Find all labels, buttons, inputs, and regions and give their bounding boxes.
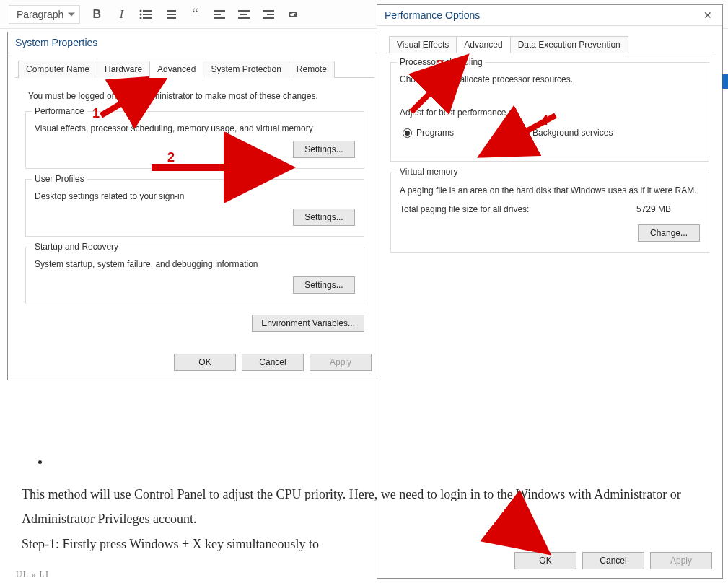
annotation-2: 2 [167, 150, 175, 165]
radio-programs-label: Programs [416, 128, 454, 138]
performance-options-title: Performance Options [385, 9, 480, 21]
svg-rect-5 [143, 17, 152, 19]
performance-desc: Visual effects, processor scheduling, me… [35, 123, 355, 133]
svg-rect-14 [238, 17, 250, 19]
radio-background[interactable]: Background services [519, 128, 613, 138]
italic-icon[interactable]: I [113, 6, 129, 22]
sysprops-apply-button[interactable]: Apply [310, 354, 372, 371]
align-center-icon[interactable] [236, 6, 252, 22]
radio-circle-icon [519, 128, 528, 138]
tab-visual-effects[interactable]: Visual Effects [389, 36, 457, 53]
startup-recovery-settings-button[interactable]: Settings... [293, 276, 355, 294]
numbered-list-icon[interactable] [162, 6, 178, 22]
environment-variables-button[interactable]: Environment Variables... [252, 315, 364, 332]
admin-notice: You must be logged on as an Administrato… [28, 91, 364, 101]
svg-rect-16 [267, 14, 274, 15]
annotation-4: 4 [541, 113, 548, 128]
processor-scheduling-group: Processor scheduling Choose how to alloc… [390, 62, 709, 162]
svg-rect-13 [240, 14, 247, 15]
svg-rect-12 [238, 10, 250, 12]
system-properties-titlebar: System Properties [8, 32, 382, 53]
quote-icon[interactable]: “ [187, 6, 203, 22]
startup-recovery-title: Startup and Recovery [32, 242, 121, 252]
user-profiles-title: User Profiles [32, 174, 87, 184]
annotation-3: 3 [437, 58, 444, 73]
article-p2: Step-1: Firstly press Windows + X key si… [22, 532, 722, 556]
paragraph-select[interactable]: Paragraph [9, 5, 80, 24]
svg-rect-9 [214, 10, 225, 12]
svg-point-0 [140, 9, 142, 12]
bullet-list-icon[interactable] [138, 6, 154, 22]
svg-point-2 [140, 13, 142, 15]
align-right-icon[interactable] [260, 6, 276, 22]
link-icon[interactable] [285, 6, 301, 22]
svg-rect-6 [167, 10, 176, 12]
advanced-tab-body: You must be logged on as an Administrato… [15, 78, 374, 345]
svg-rect-7 [167, 14, 176, 15]
virtual-memory-group: Virtual memory A paging file is an area … [390, 172, 709, 253]
system-properties-title: System Properties [15, 37, 97, 48]
perfopts-tabs: Visual Effects Advanced Data Execution P… [386, 36, 714, 53]
vm-change-button[interactable]: Change... [638, 224, 700, 242]
performance-options-titlebar: Performance Options ✕ [377, 5, 722, 26]
tab-dep[interactable]: Data Execution Prevention [510, 36, 628, 53]
svg-rect-17 [263, 17, 274, 19]
performance-settings-button[interactable]: Settings... [293, 141, 355, 158]
svg-point-4 [140, 17, 142, 19]
tab-advanced[interactable]: Advanced [149, 61, 203, 78]
blue-strip [722, 74, 728, 89]
annotation-1: 1 [92, 106, 100, 121]
vm-total-label: Total paging file size for all drives: [400, 204, 529, 214]
svg-rect-11 [214, 17, 225, 19]
tab-remote[interactable]: Remote [289, 61, 335, 78]
radio-background-label: Background services [532, 128, 613, 138]
svg-rect-3 [143, 14, 152, 15]
system-properties-footer: OK Cancel Apply [8, 345, 382, 380]
svg-rect-8 [167, 17, 176, 19]
processor-scheduling-desc: Choose how to allocate processor resourc… [400, 74, 700, 84]
bold-icon[interactable]: B [89, 6, 105, 22]
adjust-label: Adjust for best performance of: [400, 108, 700, 118]
radio-programs[interactable]: Programs [403, 128, 454, 138]
paragraph-select-label: Paragraph [17, 9, 63, 20]
virtual-memory-title: Virtual memory [397, 167, 460, 177]
article-text: This method will use Control Panel to ad… [22, 449, 722, 556]
user-profiles-settings-button[interactable]: Settings... [293, 209, 355, 226]
svg-rect-15 [263, 10, 274, 12]
system-properties-dialog: System Properties Computer Name Hardware… [7, 32, 382, 380]
path-breadcrumb: UL » LI [16, 569, 49, 580]
virtual-memory-desc: A paging file is an area on the hard dis… [400, 184, 700, 197]
align-left-icon[interactable] [211, 6, 227, 22]
tab-hardware[interactable]: Hardware [97, 61, 150, 78]
startup-recovery-group: Startup and Recovery System startup, sys… [25, 247, 364, 304]
vm-total-value: 5729 MB [636, 204, 671, 214]
tab-computer-name[interactable]: Computer Name [18, 61, 97, 78]
svg-rect-1 [143, 10, 152, 12]
performance-group-title: Performance [32, 106, 87, 116]
system-properties-tabs: Computer Name Hardware Advanced System P… [15, 61, 374, 78]
startup-recovery-desc: System startup, system failure, and debu… [35, 259, 355, 269]
user-profiles-desc: Desktop settings related to your sign-in [35, 191, 355, 201]
close-icon[interactable]: ✕ [701, 9, 715, 21]
tab-perf-advanced[interactable]: Advanced [456, 36, 510, 53]
article-p1: This method will use Control Panel to ad… [22, 482, 722, 531]
tab-system-protection[interactable]: System Protection [203, 61, 289, 78]
performance-group: Performance Visual effects, processor sc… [25, 111, 364, 169]
radio-circle-icon [403, 128, 412, 138]
svg-rect-10 [214, 14, 221, 15]
sysprops-cancel-button[interactable]: Cancel [242, 354, 304, 371]
user-profiles-group: User Profiles Desktop settings related t… [25, 179, 364, 237]
sysprops-ok-button[interactable]: OK [174, 354, 236, 371]
